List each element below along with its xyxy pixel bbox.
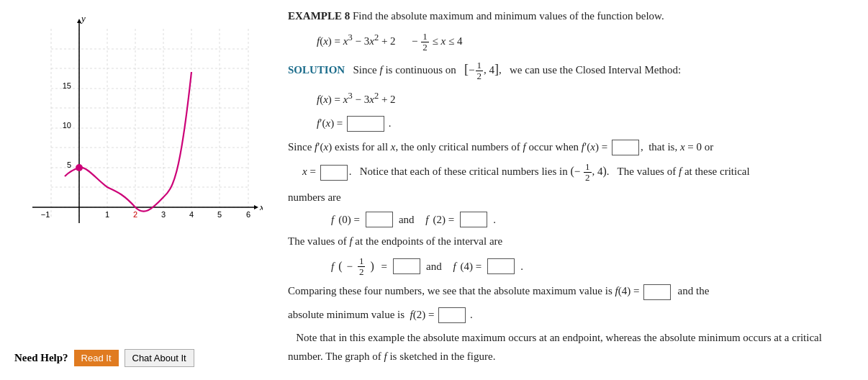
f4-input[interactable] (487, 258, 515, 274)
svg-text:10: 10 (63, 121, 71, 130)
critical-value-input[interactable] (612, 140, 639, 155)
endpoints-para: The values of f at the endpoints of the … (288, 232, 846, 251)
svg-text:5: 5 (67, 160, 71, 169)
graph-container: x y −1 1 2 3 4 5 6 5 10 15 (18, 14, 263, 245)
solution-label: SOLUTION (288, 64, 345, 76)
svg-text:15: 15 (63, 81, 71, 90)
need-help-label: Need Help? (14, 352, 68, 364)
left-panel: x y −1 1 2 3 4 5 6 5 10 15 Need Help? Re… (0, 0, 273, 380)
svg-text:5: 5 (217, 210, 222, 219)
x-value-input[interactable] (320, 165, 348, 181)
f2-input[interactable] (460, 212, 487, 227)
fprime-equation: f′(x) = . (317, 114, 846, 133)
note-para: Note that in this example the absolute m… (288, 329, 846, 366)
svg-text:4: 4 (189, 210, 194, 219)
svg-text:x: x (259, 202, 263, 212)
fx-equation: f(x) = x3 − 3x2 + 2 (317, 88, 846, 109)
right-panel: EXAMPLE 8 Find the absolute maximum and … (273, 0, 868, 380)
svg-text:2: 2 (133, 210, 137, 219)
example-title: EXAMPLE 8 Find the absolute maximum and … (288, 10, 846, 22)
comparing-para: Comparing these four numbers, we see tha… (288, 282, 846, 301)
numbers-are-line: numbers are (288, 189, 846, 207)
and-1: and (399, 214, 415, 226)
example-number: EXAMPLE 8 (288, 10, 350, 22)
svg-text:3: 3 (161, 210, 166, 219)
svg-marker-18 (254, 205, 258, 209)
and-2: and (426, 261, 442, 273)
critical-numbers-para: Since f′(x) exists for all x, the only c… (288, 138, 846, 157)
abs-max-input[interactable] (643, 284, 671, 300)
critical-values-row: f(0) = and f(2) = . (331, 212, 846, 227)
example-task: Find the absolute maximum and minimum va… (353, 10, 664, 22)
read-it-button[interactable]: Read It (74, 350, 119, 366)
solution-line: SOLUTION Since f is continuous on [−12, … (288, 58, 846, 81)
svg-text:1: 1 (105, 210, 109, 219)
svg-text:−1: −1 (41, 210, 50, 219)
svg-text:y: y (80, 14, 86, 24)
fprime-input[interactable] (347, 116, 384, 132)
function-definition: f(x) = x3 − 3x2 + 2 − 12 ≤ x ≤ 4 (317, 30, 846, 53)
svg-text:6: 6 (246, 210, 250, 219)
need-help-section: Need Help? Read It Chat About It (14, 349, 194, 367)
abs-min-input[interactable] (438, 307, 466, 323)
endpoints-row: f(− 12 ) = and f(4) = . (331, 256, 846, 278)
chat-about-it-button[interactable]: Chat About It (125, 349, 194, 367)
abs-min-line: absolute minimum value is f(2) = . (288, 306, 846, 325)
function-graph: x y −1 1 2 3 4 5 6 5 10 15 (18, 14, 263, 238)
svg-point-33 (76, 164, 83, 171)
x-value-para: x = . Notice that each of these critical… (302, 161, 846, 183)
f0-input[interactable] (366, 212, 393, 227)
f-half-input[interactable] (393, 258, 420, 274)
